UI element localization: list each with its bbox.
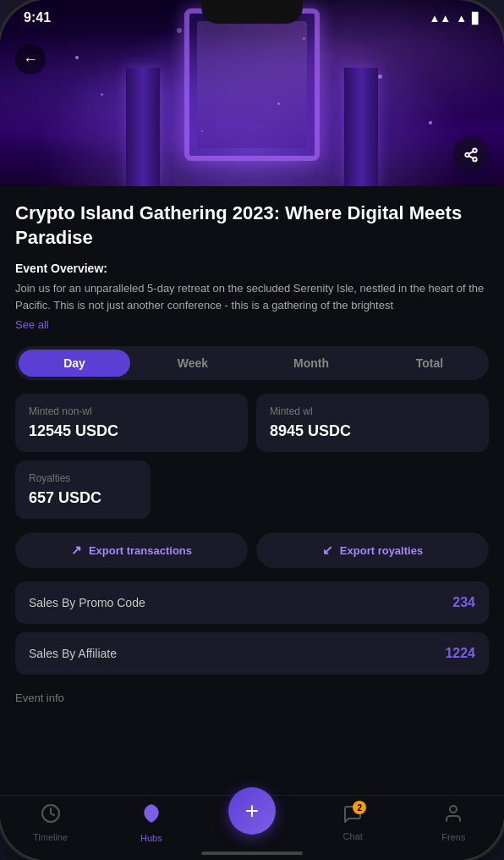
tab-total[interactable]: Total: [374, 350, 485, 377]
fab-button[interactable]: +: [228, 787, 276, 835]
tab-day[interactable]: Day: [19, 350, 130, 377]
stats-grid: Minted non-wl 12545 USDC Minted wl 8945 …: [15, 394, 489, 452]
nav-label-hubs: Hubs: [140, 833, 162, 843]
sales-affiliate-row: Sales By Affiliate 1224: [15, 632, 489, 675]
minted-non-wl-label: Minted non-wl: [29, 405, 234, 417]
battery-icon: ▊: [472, 12, 480, 25]
back-button[interactable]: ←: [15, 44, 46, 74]
royalties-label: Royalties: [29, 472, 137, 484]
export-royalties-icon: ↙: [322, 543, 333, 558]
svg-point-6: [450, 806, 457, 813]
minted-wl-value: 8945 USDC: [270, 422, 475, 440]
status-time: 9:41: [24, 10, 51, 25]
stat-card-minted-non-wl: Minted non-wl 12545 USDC: [15, 394, 248, 452]
minted-non-wl-value: 12545 USDC: [29, 422, 234, 440]
export-transactions-icon: ↗: [71, 543, 82, 558]
home-indicator: [201, 852, 303, 855]
wifi-icon: ▲: [456, 12, 467, 25]
svg-line-3: [468, 156, 473, 158]
stat-card-royalties: Royalties 657 USDC: [15, 460, 151, 519]
sales-affiliate-value: 1224: [445, 646, 475, 661]
see-all-link[interactable]: See all: [15, 318, 49, 331]
overview-text: Join us for an unparalleled 5-day retrea…: [15, 280, 489, 313]
share-icon: [463, 147, 479, 163]
export-royalties-button[interactable]: ↙ Export royalties: [256, 532, 489, 568]
export-royalties-label: Export royalties: [340, 544, 423, 557]
status-icons: ▲▲ ▲ ▊: [429, 12, 480, 25]
signal-icon: ▲▲: [429, 12, 451, 25]
nav-item-frens[interactable]: Frens: [403, 803, 504, 842]
share-button[interactable]: [453, 137, 489, 173]
sales-affiliate-label: Sales By Affiliate: [29, 647, 117, 660]
tab-week[interactable]: Week: [137, 350, 249, 377]
event-info-label: Event info: [15, 683, 489, 709]
svg-line-4: [468, 152, 473, 154]
tab-month[interactable]: Month: [255, 350, 367, 377]
nav-fab[interactable]: +: [201, 811, 302, 835]
nav-label-chat: Chat: [343, 831, 363, 841]
hubs-icon: [140, 802, 162, 830]
event-title: Crypto Island Gathering 2023: Where Digi…: [15, 201, 489, 250]
stat-card-minted-wl: Minted wl 8945 USDC: [256, 394, 489, 452]
minted-wl-label: Minted wl: [270, 405, 475, 417]
sales-promo-value: 234: [452, 595, 475, 610]
frens-icon: [443, 803, 463, 829]
phone-frame: 9:41 ▲▲ ▲ ▊: [0, 0, 504, 860]
bottom-nav: Timeline Hubs +: [0, 795, 504, 860]
nav-label-timeline: Timeline: [33, 832, 68, 842]
export-transactions-button[interactable]: ↗ Export transactions: [15, 532, 248, 568]
phone-screen: 9:41 ▲▲ ▲ ▊: [0, 0, 504, 860]
content-area: Crypto Island Gathering 2023: Where Digi…: [0, 186, 504, 795]
chat-badge: 2: [353, 801, 366, 814]
overview-label: Event Overview:: [15, 262, 489, 275]
notch: [201, 0, 303, 24]
nav-item-hubs[interactable]: Hubs: [101, 802, 201, 843]
fab-icon: +: [245, 799, 259, 823]
chat-icon-wrap: 2: [342, 804, 363, 828]
nav-item-chat[interactable]: 2 Chat: [303, 804, 403, 841]
nav-item-timeline[interactable]: Timeline: [0, 803, 101, 842]
nav-label-frens: Frens: [441, 832, 465, 842]
sales-promo-row: Sales By Promo Code 234: [15, 582, 489, 624]
royalties-value: 657 USDC: [29, 489, 137, 507]
sales-promo-label: Sales By Promo Code: [29, 596, 145, 609]
export-transactions-label: Export transactions: [89, 544, 192, 557]
timeline-icon: [41, 803, 61, 829]
export-row: ↗ Export transactions ↙ Export royalties: [15, 532, 489, 568]
tab-selector: Day Week Month Total: [15, 346, 489, 380]
